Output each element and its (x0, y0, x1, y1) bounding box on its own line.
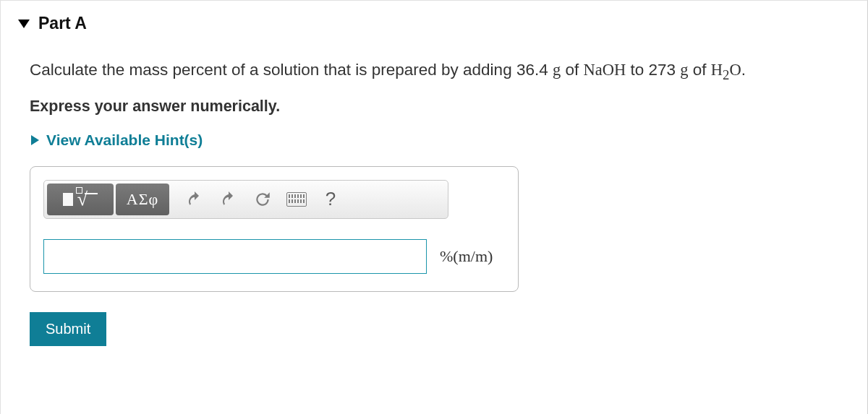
greek-symbols-icon: ΑΣφ (127, 190, 158, 209)
help-icon: ? (326, 188, 336, 210)
hints-label: View Available Hint(s) (46, 131, 203, 149)
keyboard-button[interactable] (281, 184, 312, 215)
chem-o: O (729, 61, 741, 79)
answer-panel: √ ΑΣφ ? (30, 166, 519, 292)
undo-icon (185, 191, 204, 208)
question-prefix: Calculate the mass percent of a solution… (30, 61, 553, 79)
redo-button[interactable] (213, 184, 244, 215)
answer-input[interactable] (43, 239, 427, 274)
submit-button[interactable]: Submit (30, 312, 106, 346)
equation-templates-icon: √ (63, 190, 98, 209)
answer-row: %(m/m) (43, 239, 505, 274)
question-text: Calculate the mass percent of a solution… (30, 61, 838, 83)
keyboard-icon (286, 192, 307, 207)
submit-label: Submit (46, 321, 90, 337)
part-title: Part A (38, 14, 87, 33)
unit-g-2: g (680, 61, 688, 79)
part-header[interactable]: Part A (1, 14, 867, 33)
view-hints-toggle[interactable]: View Available Hint(s) (30, 131, 838, 149)
answer-instruction: Express your answer numerically. (30, 98, 838, 116)
unit-g-1: g (553, 61, 561, 79)
help-button[interactable]: ? (315, 184, 346, 215)
equation-toolbar: √ ΑΣφ ? (43, 180, 448, 219)
redo-icon (219, 191, 238, 208)
chem-naoh: NaOH (583, 61, 626, 79)
undo-button[interactable] (179, 184, 210, 215)
chem-h: H (711, 61, 723, 79)
chem-h2o: H2O (711, 61, 741, 79)
reset-icon (253, 190, 272, 209)
part-body: Calculate the mass percent of a solution… (1, 61, 867, 346)
question-period: . (741, 61, 746, 79)
answer-unit: %(m/m) (440, 247, 493, 266)
expand-icon (31, 135, 39, 145)
greek-symbols-button[interactable]: ΑΣφ (116, 184, 169, 215)
equation-templates-button[interactable]: √ (47, 184, 114, 215)
question-page: Part A Calculate the mass percent of a s… (0, 0, 868, 414)
collapse-icon (18, 20, 30, 28)
question-mid: to 273 (626, 61, 680, 79)
question-of2: of (689, 61, 711, 79)
question-of1: of (561, 61, 583, 79)
reset-button[interactable] (247, 184, 278, 215)
